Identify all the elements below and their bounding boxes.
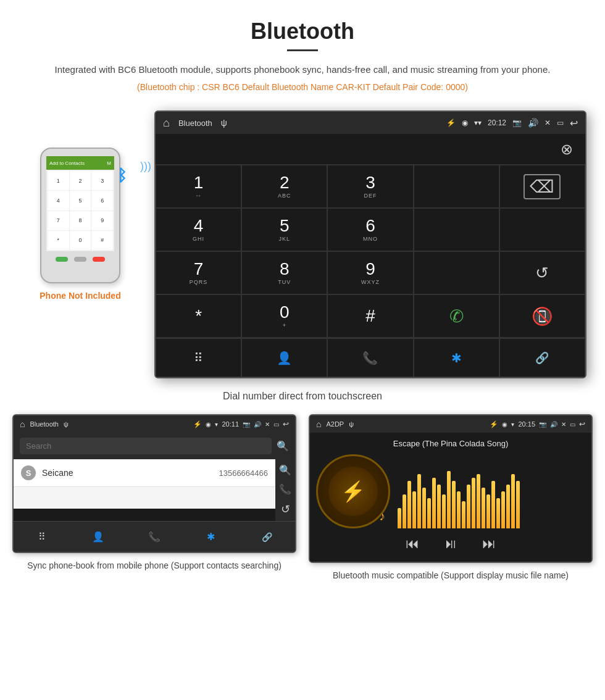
- dial-key-empty-1: [414, 165, 499, 208]
- status-bar-left: ⌂ Bluetooth ψ: [163, 117, 227, 130]
- dial-actions-bar: ⠿ 👤 📞 ✱ 🔗: [156, 338, 585, 377]
- music-x-icon[interactable]: ✕: [561, 421, 566, 428]
- window-icon[interactable]: ▭: [557, 119, 564, 127]
- viz-bar: [501, 491, 505, 529]
- dial-key-1[interactable]: 1 ◦◦: [156, 165, 241, 208]
- dial-screen: ⌂ Bluetooth ψ ⚡ ◉ ▾▾ 20:12 📷 🔊 ✕ ▭ ↩ ⊗: [154, 110, 586, 378]
- close-icon[interactable]: ✕: [544, 119, 551, 127]
- music-playpause-button[interactable]: ⏯: [444, 536, 457, 552]
- music-song-title: Escape (The Pina Colada Song): [393, 439, 508, 448]
- music-note-icon: ♪: [379, 509, 385, 523]
- viz-bar: [482, 488, 485, 528]
- viz-bar: [457, 491, 461, 529]
- pb-action-contacts[interactable]: 👤: [70, 522, 126, 552]
- dial-key-sync[interactable]: ↺: [499, 251, 585, 294]
- viz-bar: [437, 485, 441, 529]
- action-bluetooth[interactable]: ✱: [414, 338, 499, 377]
- music-screen-content: Escape (The Pina Colada Song) ⚡ ♪ ⏮ ⏯: [310, 433, 591, 562]
- dial-grid: 1 ◦◦ 2 ABC 3 DEF ⌫ 4 GHI 5 JKL: [156, 165, 585, 338]
- music-sig-icon: ▾: [511, 421, 514, 428]
- pb-action-bt[interactable]: ✱: [183, 522, 239, 552]
- dial-key-hash[interactable]: #: [327, 294, 413, 338]
- dial-key-3[interactable]: 3 DEF: [327, 165, 413, 208]
- dial-key-8[interactable]: 8 TUV: [241, 251, 327, 294]
- title-divider: [287, 49, 318, 51]
- dial-end-button[interactable]: 📵: [499, 294, 585, 338]
- dial-key-4[interactable]: 4 GHI: [156, 208, 241, 251]
- status-bar-title: Bluetooth: [178, 119, 212, 128]
- dial-key-7[interactable]: 7 PQRS: [156, 251, 241, 294]
- music-visualizer: [398, 454, 585, 528]
- music-item: ⌂ A2DP ψ ⚡ ◉ ▾ 20:15 📷 🔊 ✕ ▭ ↩: [309, 414, 593, 588]
- volume-icon[interactable]: 🔊: [528, 118, 538, 128]
- phone-aside: Add to Contacts M 123 456 789 *0#: [19, 148, 142, 301]
- phonebook-caption: Sync phone-book from mobile phone (Suppo…: [22, 553, 286, 578]
- music-rect-icon[interactable]: ▭: [570, 421, 575, 428]
- phone-not-included-label: Phone Not Included: [40, 291, 120, 301]
- pb-search-input[interactable]: [20, 438, 272, 454]
- music-home-icon[interactable]: ⌂: [316, 419, 321, 429]
- action-link[interactable]: 🔗: [499, 338, 585, 377]
- home-icon[interactable]: ⌂: [163, 117, 170, 130]
- viz-bar: [491, 481, 495, 528]
- pb-home-icon[interactable]: ⌂: [20, 419, 25, 429]
- music-back-icon[interactable]: ↩: [579, 420, 585, 428]
- viz-bar: [432, 478, 436, 529]
- music-next-button[interactable]: ⏭: [482, 536, 496, 552]
- pb-contact-item[interactable]: S Seicane 13566664466: [14, 459, 275, 487]
- music-vol-icon: 🔊: [550, 421, 557, 428]
- action-phone[interactable]: 📞: [327, 338, 413, 377]
- viz-bar: [417, 474, 421, 528]
- pb-contact-avatar: S: [21, 465, 36, 480]
- pb-action-link[interactable]: 🔗: [239, 522, 295, 552]
- viz-bar: [447, 471, 451, 529]
- pb-camera-icon: 📷: [243, 421, 250, 428]
- pb-x-icon[interactable]: ✕: [265, 421, 270, 428]
- dial-key-6[interactable]: 6 MNO: [327, 208, 413, 251]
- pb-usb-icon: ψ: [64, 420, 69, 428]
- page-title: Bluetooth: [12, 19, 593, 44]
- pb-actions-bottom: ⠿ 👤 📞 ✱ 🔗: [14, 521, 295, 552]
- pb-loc-icon: ◉: [206, 421, 211, 428]
- pb-contact-list: S Seicane 13566664466: [14, 459, 275, 509]
- main-caption: Dial number direct from touchscreen: [0, 385, 605, 414]
- viz-bar: [516, 481, 520, 528]
- pb-contact-name: Seicane: [42, 468, 219, 478]
- music-prev-button[interactable]: ⏮: [406, 536, 419, 552]
- pb-right-phone-icon[interactable]: 📞: [279, 483, 291, 495]
- music-bt-art-icon: ⚡: [341, 480, 365, 503]
- bluetooth-status-icon: ⚡: [446, 119, 456, 127]
- page-header: Bluetooth Integrated with BC6 Bluetooth …: [0, 0, 605, 110]
- pb-action-call[interactable]: 📞: [126, 522, 182, 552]
- backspace-button[interactable]: ⊗: [561, 141, 573, 158]
- back-icon[interactable]: ↩: [570, 117, 578, 129]
- music-caption: Bluetooth music compatible (Support disp…: [328, 563, 574, 588]
- pb-right-search-icon[interactable]: 🔍: [279, 464, 291, 476]
- dial-key-9[interactable]: 9 WXYZ: [327, 251, 413, 294]
- pb-main-content: S Seicane 13566664466: [14, 459, 275, 521]
- pb-back-icon[interactable]: ↩: [283, 420, 289, 428]
- pb-rect-icon[interactable]: ▭: [273, 421, 279, 428]
- pb-time: 20:11: [222, 420, 239, 428]
- viz-bar: [403, 494, 406, 528]
- action-contacts[interactable]: 👤: [241, 338, 327, 377]
- dial-key-star[interactable]: *: [156, 294, 241, 338]
- action-dialpad[interactable]: ⠿: [156, 338, 241, 377]
- bottom-screenshots: ⌂ Bluetooth ψ ⚡ ◉ ▾ 20:11 📷 🔊 ✕ ▭ ↩: [0, 414, 605, 601]
- camera-icon[interactable]: 📷: [512, 119, 522, 127]
- dial-key-0[interactable]: 0 +: [241, 294, 327, 338]
- dial-key-5[interactable]: 5 JKL: [241, 208, 327, 251]
- status-time: 20:12: [488, 119, 506, 127]
- pb-action-dialpad[interactable]: ⠿: [14, 522, 70, 552]
- dial-key-backspace[interactable]: ⌫: [499, 165, 585, 208]
- music-status-bar: ⌂ A2DP ψ ⚡ ◉ ▾ 20:15 📷 🔊 ✕ ▭ ↩: [310, 415, 591, 433]
- pb-right-icons: 🔍 📞 ↺: [275, 459, 295, 521]
- dial-display: ⊗: [156, 134, 585, 165]
- location-icon: ◉: [462, 119, 468, 127]
- dial-call-button[interactable]: ✆: [414, 294, 499, 338]
- pb-search-icon[interactable]: 🔍: [277, 440, 289, 452]
- pb-right-sync-icon[interactable]: ↺: [281, 502, 290, 516]
- music-camera-icon: 📷: [539, 421, 546, 428]
- music-controls: ⏮ ⏯ ⏭: [406, 528, 496, 556]
- dial-key-2[interactable]: 2 ABC: [241, 165, 327, 208]
